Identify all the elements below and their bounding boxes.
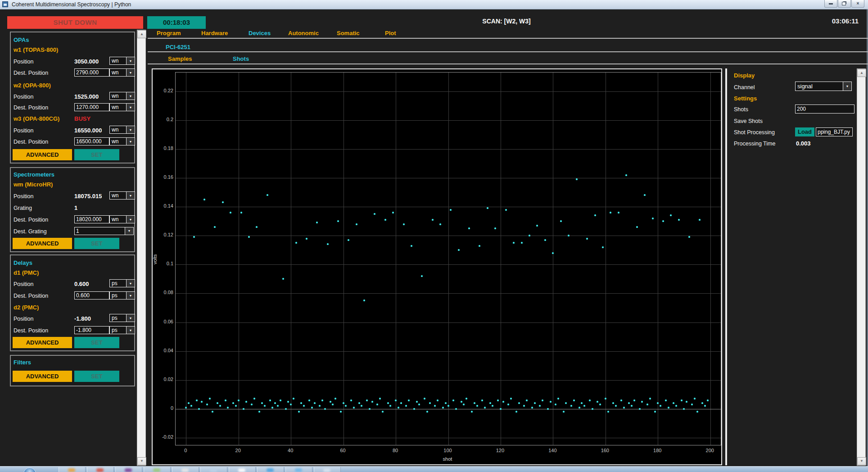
- right-panel-scrollbar[interactable]: ▲ ▼: [857, 68, 866, 466]
- w3-position-units-select[interactable]: wn ▼: [109, 126, 135, 134]
- chevron-down-icon[interactable]: ▼: [126, 69, 135, 76]
- data-point: [686, 401, 687, 403]
- channel-select[interactable]: signal ▼: [795, 82, 852, 91]
- scroll-up-button[interactable]: ▲: [137, 30, 146, 38]
- data-point: [633, 399, 635, 401]
- data-point: [240, 212, 242, 213]
- pinned-app-7[interactable]: [229, 467, 256, 472]
- wm-position-units-select[interactable]: wn ▼: [109, 191, 135, 200]
- w2-position-units-select[interactable]: wn ▼: [109, 92, 135, 100]
- dest-position-label: Dest. Position: [14, 217, 48, 223]
- chevron-down-icon[interactable]: ▼: [126, 192, 135, 199]
- d1-dest-position-input[interactable]: [74, 291, 109, 300]
- pinned-app-9[interactable]: [285, 467, 312, 472]
- close-button[interactable]: ×: [851, 0, 864, 8]
- tab-somatic[interactable]: Somatic: [337, 30, 360, 36]
- chevron-down-icon[interactable]: ▼: [126, 292, 135, 299]
- tab-program[interactable]: Program: [157, 30, 181, 36]
- d2-dest-position-input[interactable]: [74, 326, 109, 334]
- tab-devices[interactable]: Devices: [249, 30, 271, 36]
- data-point: [468, 227, 470, 229]
- load-button[interactable]: Load: [795, 127, 814, 136]
- gridline: [186, 73, 186, 445]
- w1-dest-units-select[interactable]: wn ▼: [109, 68, 135, 77]
- scroll-down-button[interactable]: ▼: [137, 457, 146, 465]
- d1-dest-units-select[interactable]: ps ▼: [109, 291, 135, 300]
- pinned-app-5[interactable]: [172, 467, 199, 472]
- tab-plot[interactable]: Plot: [385, 30, 396, 36]
- pinned-app-3[interactable]: [115, 467, 142, 472]
- data-point: [303, 405, 305, 407]
- chevron-down-icon[interactable]: ▼: [126, 126, 135, 133]
- pinned-app-8[interactable]: [257, 467, 284, 472]
- data-point: [625, 174, 627, 176]
- chevron-down-icon[interactable]: ▼: [843, 82, 851, 91]
- w3-dest-position-input[interactable]: [74, 137, 109, 145]
- pinned-app-6[interactable]: [200, 467, 227, 472]
- y-tick-label: 0.22: [154, 88, 173, 93]
- filters-set-button[interactable]: SET: [74, 371, 119, 382]
- tab-samples[interactable]: Samples: [168, 55, 192, 62]
- chevron-down-icon[interactable]: ▼: [126, 327, 135, 334]
- chevron-down-icon[interactable]: ▼: [126, 216, 135, 223]
- d2-position-units-select[interactable]: ps ▼: [109, 314, 135, 322]
- pinned-app-2[interactable]: [87, 467, 114, 472]
- gridline: [176, 149, 721, 150]
- processing-file-input[interactable]: [816, 127, 853, 136]
- x-tick-label: 100: [438, 448, 458, 453]
- chevron-down-icon[interactable]: ▼: [126, 280, 135, 287]
- pinned-app-4[interactable]: [144, 467, 171, 472]
- opas-advanced-button[interactable]: ADVANCED: [13, 149, 72, 160]
- nav-tabs-underline: [148, 38, 868, 39]
- opas-header: OPAs: [14, 36, 29, 43]
- chevron-down-icon[interactable]: ▼: [126, 138, 135, 145]
- y-tick-label: 0.14: [154, 203, 173, 209]
- data-point: [293, 398, 294, 399]
- tab-pci-6251[interactable]: PCI-6251: [166, 44, 190, 50]
- spectrometers-set-button[interactable]: SET: [74, 238, 119, 249]
- chevron-down-icon[interactable]: ▼: [126, 92, 135, 100]
- tab-autonomic[interactable]: Autonomic: [288, 30, 319, 36]
- wm-dest-position-input[interactable]: [74, 215, 109, 223]
- dest-grating-dropdown-button[interactable]: ▼: [125, 227, 134, 235]
- data-point: [696, 411, 698, 413]
- data-point: [552, 252, 554, 254]
- minimize-button[interactable]: [824, 0, 837, 8]
- wm-dest-units-select[interactable]: wn ▼: [109, 215, 135, 223]
- restore-button[interactable]: [838, 0, 851, 8]
- data-point: [432, 219, 434, 221]
- d1-position-units-select[interactable]: ps ▼: [109, 279, 135, 287]
- shutdown-button[interactable]: SHUT DOWN: [7, 16, 143, 29]
- tab-hardware[interactable]: Hardware: [201, 30, 228, 36]
- windows-taskbar[interactable]: [0, 466, 868, 472]
- chevron-down-icon[interactable]: ▼: [126, 104, 135, 111]
- w2-dest-units-select[interactable]: wn ▼: [109, 103, 135, 111]
- scroll-up-button[interactable]: ▲: [857, 69, 866, 77]
- w1-dest-position-input[interactable]: [74, 68, 109, 77]
- dest-grating-input[interactable]: [74, 227, 126, 235]
- opas-set-button[interactable]: SET: [74, 149, 119, 160]
- pinned-app-1[interactable]: [59, 467, 86, 472]
- tab-shots[interactable]: Shots: [233, 55, 249, 62]
- pinned-app-10[interactable]: [314, 467, 341, 472]
- delays-set-button[interactable]: SET: [74, 337, 119, 348]
- data-point: [196, 399, 198, 401]
- data-point: [628, 402, 630, 404]
- data-point: [518, 402, 520, 404]
- start-orb[interactable]: [23, 467, 36, 472]
- scroll-down-button[interactable]: ▼: [857, 457, 866, 465]
- filters-advanced-button[interactable]: ADVANCED: [13, 371, 72, 382]
- restore-icon: [842, 2, 846, 5]
- data-point: [285, 408, 287, 410]
- chevron-down-icon[interactable]: ▼: [126, 314, 135, 322]
- d2-dest-units-select[interactable]: ps ▼: [109, 326, 135, 334]
- delays-advanced-button[interactable]: ADVANCED: [13, 337, 72, 348]
- w2-dest-position-input[interactable]: [74, 103, 109, 111]
- shots-input[interactable]: [795, 104, 854, 113]
- spectrometers-advanced-button[interactable]: ADVANCED: [13, 238, 72, 249]
- chevron-down-icon[interactable]: ▼: [126, 57, 135, 64]
- w1-position-units-select[interactable]: wn ▼: [109, 57, 135, 65]
- w3-dest-units-select[interactable]: wn ▼: [109, 137, 135, 145]
- sidebar-scrollbar[interactable]: ▲ ▼: [137, 30, 146, 466]
- data-point: [497, 399, 499, 401]
